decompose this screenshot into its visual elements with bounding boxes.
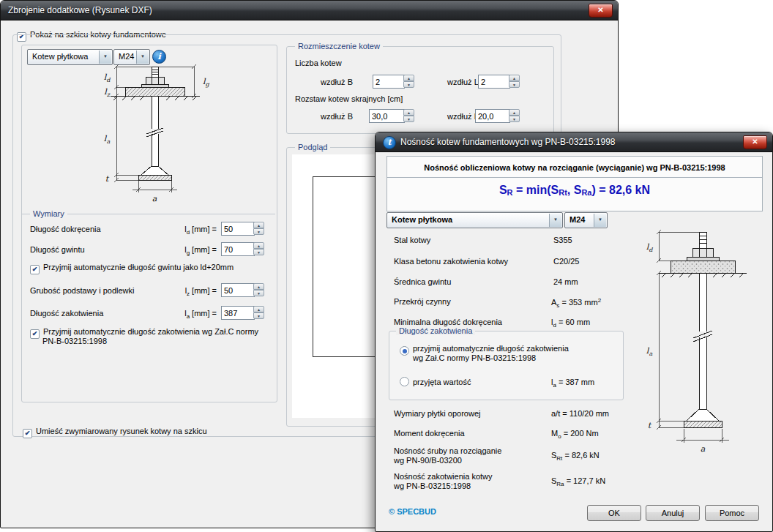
anchor-drawing: ld lz la t lg a xyxy=(65,64,241,206)
titlebar[interactable]: Zbrojenie dodatkowe (Rysunek DXF) ✕ xyxy=(1,1,618,20)
spin-down-icon[interactable]: ▼ xyxy=(253,312,264,319)
close-icon[interactable]: ✕ xyxy=(743,135,767,149)
anchor-size-value: M24 xyxy=(570,215,585,224)
spin-up-icon[interactable]: ▲ xyxy=(253,306,264,312)
checkbox-icon: ✔ xyxy=(23,429,32,438)
spin-up-icon[interactable]: ▲ xyxy=(253,283,264,290)
dim-spin-zakotwienia: ▲▼ xyxy=(253,306,264,320)
radio-custom-value[interactable] xyxy=(400,377,409,386)
anchor-type-select[interactable]: Kotew płytkowa ▼ xyxy=(27,49,113,65)
result-formula: SR = min(SRt, SRa) = 82,6 kN xyxy=(387,184,762,197)
spin-down-icon[interactable]: ▼ xyxy=(509,81,520,88)
spacing-b-input[interactable] xyxy=(369,109,405,123)
dim-symbol-dokrecenia: ld[mm] = xyxy=(158,225,217,236)
prop-label-plate: Wymiary płytki oporowej xyxy=(394,409,481,418)
spacing-b-spin: ▲▼ xyxy=(403,109,414,123)
placement-title: Rozmieszczenie kotew xyxy=(295,42,383,50)
anchor-size-select[interactable]: M24 ▼ xyxy=(113,49,150,65)
spacing-label: Rozstaw kotew skrajnych [cm] xyxy=(295,94,403,103)
spin-up-icon[interactable]: ▲ xyxy=(403,109,414,116)
cancel-button[interactable]: Anuluj xyxy=(646,505,700,521)
spin-up-icon[interactable]: ▲ xyxy=(253,242,264,249)
spin-up-icon[interactable]: ▲ xyxy=(253,222,264,228)
checkbox-place-drawing[interactable]: ✔Umieść zwymiarowany rysunek kotwy na sz… xyxy=(23,427,207,438)
dim-label-la: la xyxy=(104,134,111,145)
chevron-down-icon[interactable]: ▼ xyxy=(99,50,111,64)
spacing-l-input[interactable] xyxy=(475,109,510,123)
help-button[interactable]: Pomoc xyxy=(705,505,759,521)
result-headerbox: Nośność obliczeniowa kotwy na rozciągani… xyxy=(386,156,763,211)
prop-value-plate: a/t = 110/20 mm xyxy=(551,409,609,418)
count-l-input[interactable] xyxy=(478,75,510,89)
window-title: Nośność kotew fundamentowych wg PN-B-032… xyxy=(400,137,616,147)
prop-value-bolt: SRt = 82,6 kN xyxy=(551,451,600,462)
spin-up-icon[interactable]: ▲ xyxy=(403,75,414,81)
anchor-type-value: Kotew płytkowa xyxy=(32,52,88,61)
chevron-down-icon[interactable]: ▼ xyxy=(136,50,149,64)
preview-title: Podgląd xyxy=(295,143,330,151)
dim-symbol-gwintu: lg[mm] = xyxy=(158,245,217,256)
spin-down-icon[interactable]: ▼ xyxy=(403,81,414,88)
prop-label-anchor-2: wg PN-B-03215:1998 xyxy=(394,482,471,490)
result-header: Nośność obliczeniowa kotwy na rozciągani… xyxy=(387,163,762,172)
checkbox-auto-anchor-line2: PN-B-03215:1998 xyxy=(42,337,107,345)
close-icon[interactable]: ✕ xyxy=(589,4,613,18)
anchor-size-select[interactable]: M24 ▼ xyxy=(564,212,608,228)
prop-label-diameter: Średnica gwintu xyxy=(394,277,451,286)
dim-input-zakotwienia[interactable] xyxy=(221,306,255,320)
chevron-down-icon[interactable]: ▼ xyxy=(549,214,561,227)
dim-input-podstawy[interactable] xyxy=(221,283,255,297)
wymiary-title: Wymiary xyxy=(30,209,67,218)
checkbox-auto-thread[interactable]: ✔Przyjmij automatycznie długość gwintu j… xyxy=(30,263,234,274)
dim-label-lg: lg xyxy=(203,77,210,88)
window-title: Zbrojenie dodatkowe (Rysunek DXF) xyxy=(8,5,152,15)
along-b-label2: wzdłuż B xyxy=(321,112,353,121)
specbud-logo: © SPECBUD xyxy=(389,507,436,516)
spin-down-icon[interactable]: ▼ xyxy=(509,116,520,122)
anchor-length-title: Długość zakotwienia xyxy=(396,326,475,335)
prop-value-moment: Mo = 200 Nm xyxy=(551,429,599,440)
prop-value-area: As = 353 mm2 xyxy=(551,297,601,309)
chevron-down-icon[interactable]: ▼ xyxy=(594,214,606,227)
along-l-label: wzdłuż L xyxy=(447,78,479,86)
dim-label-podstawy: Grubość podstawy i podlewki xyxy=(30,286,134,295)
along-b-label: wzdłuż B xyxy=(321,78,353,86)
spin-down-icon[interactable]: ▼ xyxy=(253,249,264,255)
dim-label-t: t xyxy=(105,174,110,184)
spin-down-icon[interactable]: ▼ xyxy=(253,228,264,235)
dim-input-dokrecenia[interactable] xyxy=(221,222,255,236)
count-label: Liczba kotew xyxy=(295,59,342,67)
spin-up-icon[interactable]: ▲ xyxy=(509,75,520,81)
radio-auto-line1[interactable]: przyjmij automatycznie długość zakotwien… xyxy=(413,344,569,353)
spin-up-icon[interactable]: ▲ xyxy=(509,109,520,116)
info-icon[interactable]: i xyxy=(152,50,166,64)
dim-label-ld: ld xyxy=(104,72,111,83)
along-l-label2: wzdłuż L xyxy=(447,112,479,121)
dim-spin-dokrecenia: ▲▼ xyxy=(253,222,264,236)
anchor-type-value: Kotew płytkowa xyxy=(392,215,452,224)
dim-input-gwintu[interactable] xyxy=(221,242,255,256)
count-b-input[interactable] xyxy=(373,75,405,89)
dim-label-dokrecenia: Długość dokręcenia xyxy=(30,225,101,233)
header-divider xyxy=(387,177,762,178)
spin-down-icon[interactable]: ▼ xyxy=(253,290,264,296)
dim-label-la: la xyxy=(646,346,653,357)
titlebar[interactable]: t Nośność kotew fundamentowych wg PN-B-0… xyxy=(376,132,772,152)
checkbox-icon: ✔ xyxy=(30,329,40,339)
count-b-spin: ▲▼ xyxy=(403,75,414,89)
dim-label-ld: ld xyxy=(646,242,654,253)
dim-label-t: t xyxy=(648,421,652,430)
prop-label-bolt-2: wg PN-90/B-03200 xyxy=(394,456,462,465)
prop-label-area: Przekrój czynny xyxy=(394,297,451,306)
radio-custom-value-text: la = 387 mm xyxy=(551,378,594,389)
dim-label-zakotwienia: Długość zakotwienia xyxy=(30,309,103,318)
ok-button[interactable]: OK xyxy=(587,505,641,521)
app-icon: t xyxy=(383,136,396,149)
prop-value-steel: S355 xyxy=(553,236,572,244)
dim-label-a: a xyxy=(152,194,157,203)
spin-down-icon[interactable]: ▼ xyxy=(403,116,414,122)
radio-custom-label[interactable]: przyjęta wartość xyxy=(413,378,471,386)
anchor-type-select[interactable]: Kotew płytkowa ▼ xyxy=(386,212,563,228)
radio-auto-anchor[interactable] xyxy=(400,346,409,356)
prop-label-bolt-1: Nośność śruby na rozciąganie xyxy=(394,446,501,455)
